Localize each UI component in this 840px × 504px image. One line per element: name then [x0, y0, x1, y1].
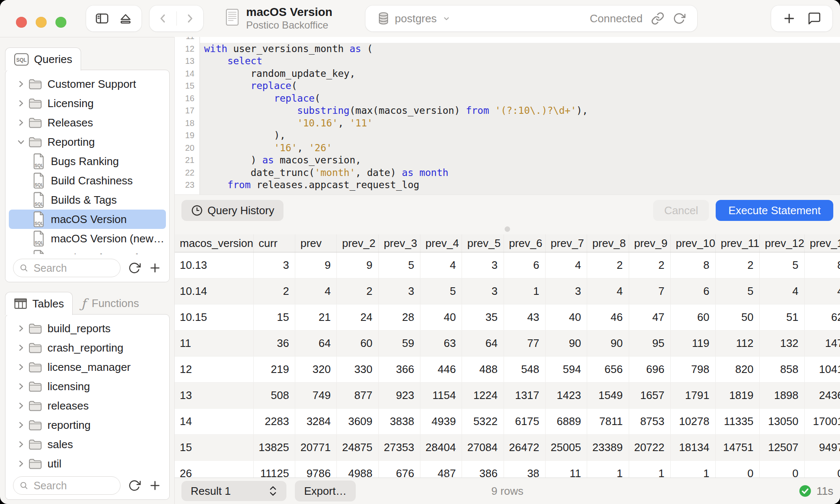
table-cell[interactable]: 21 [295, 304, 337, 331]
column-header[interactable]: prev_9 [629, 234, 670, 252]
chevron-right-icon[interactable] [15, 343, 27, 352]
table-cell[interactable]: 1898 [759, 383, 804, 409]
table-cell[interactable]: 4 [804, 278, 840, 304]
table-cell[interactable]: 119 [670, 331, 715, 357]
table-cell[interactable]: 27353 [378, 435, 420, 461]
table-cell[interactable]: 4939 [420, 409, 462, 435]
minimize-window-button[interactable] [36, 17, 47, 28]
table-cell[interactable]: 5 [759, 252, 804, 278]
table-cell[interactable]: 1317 [504, 383, 545, 409]
table-cell[interactable]: 3 [462, 278, 504, 304]
table-cell[interactable]: 132 [759, 331, 804, 357]
table-cell[interactable]: 3 [378, 278, 420, 304]
column-header[interactable]: prev_7 [546, 234, 587, 252]
code-line[interactable]: 13 select [175, 55, 840, 68]
table-cell[interactable]: 3 [546, 278, 587, 304]
table-cell[interactable]: 35 [462, 304, 504, 331]
table-cell[interactable]: 4 [759, 278, 804, 304]
add-query-button[interactable] [148, 261, 162, 275]
table-cell[interactable]: 548 [504, 357, 545, 383]
folder-item[interactable]: Releases [9, 113, 166, 132]
table-cell[interactable]: 23389 [587, 435, 629, 461]
table-cell[interactable]: 1 [587, 461, 629, 478]
table-cell[interactable]: 4988 [337, 461, 378, 478]
code-line[interactable]: 19 ), [175, 129, 840, 142]
export-button[interactable]: Export… [295, 480, 356, 501]
table-cell[interactable]: 749 [295, 383, 337, 409]
tables-search-field[interactable] [13, 476, 121, 495]
table-cell[interactable]: 2 [715, 252, 759, 278]
folder-item[interactable]: releases [9, 396, 166, 415]
table-cell[interactable]: 20771 [295, 435, 337, 461]
tables-search-input[interactable] [33, 479, 114, 492]
column-header[interactable]: prev [295, 234, 337, 252]
table-cell[interactable]: 1041 [804, 357, 840, 383]
table-cell[interactable]: 25005 [546, 435, 587, 461]
table-cell[interactable]: 1819 [715, 383, 759, 409]
table-cell[interactable]: 13825 [253, 435, 295, 461]
chevron-right-icon[interactable] [15, 459, 27, 468]
table-cell[interactable]: 656 [587, 357, 629, 383]
cancel-button[interactable]: Cancel [653, 200, 709, 221]
table-cell[interactable]: 1791 [670, 383, 715, 409]
column-header[interactable]: prev_13 [804, 234, 840, 252]
table-cell[interactable]: 488 [462, 357, 504, 383]
table-cell[interactable]: 77 [504, 331, 545, 357]
code-line[interactable]: 12with user_versions_month as ( [175, 43, 840, 55]
column-header[interactable]: prev_3 [378, 234, 420, 252]
table-cell[interactable]: 11 [175, 331, 253, 357]
chevron-right-icon[interactable] [15, 440, 27, 449]
query-history-button[interactable]: Query History [181, 200, 284, 221]
table-cell[interactable]: 798 [670, 357, 715, 383]
table-cell[interactable]: 2 [253, 278, 295, 304]
disconnect-button[interactable] [118, 11, 133, 26]
folder-item[interactable]: licensing [9, 377, 166, 396]
folder-item[interactable]: util [9, 454, 166, 472]
query-item[interactable]: SQLBuilds & Tags [9, 190, 166, 210]
column-header[interactable]: prev_10 [670, 234, 715, 252]
query-item[interactable]: SQLNumber of users for [9, 248, 166, 254]
table-cell[interactable]: 820 [715, 357, 759, 383]
table-cell[interactable]: 11 [546, 461, 587, 478]
table-cell[interactable]: 60 [337, 331, 378, 357]
table-cell[interactable]: 28404 [420, 435, 462, 461]
table-cell[interactable]: 47 [629, 304, 670, 331]
table-cell[interactable]: 5 [378, 252, 420, 278]
tab-tables[interactable]: Tables [5, 292, 73, 315]
chevron-right-icon[interactable] [15, 79, 27, 89]
table-cell[interactable]: 9 [337, 252, 378, 278]
table-cell[interactable]: 219 [253, 357, 295, 383]
refresh-tables-button[interactable] [128, 479, 141, 492]
connection-link-button[interactable] [651, 12, 664, 25]
folder-item[interactable]: sales [9, 435, 166, 454]
table-cell[interactable]: 1224 [462, 383, 504, 409]
database-selector[interactable]: postgres [377, 12, 451, 25]
table-cell[interactable]: 27084 [462, 435, 504, 461]
table-cell[interactable]: 5322 [462, 409, 504, 435]
table-cell[interactable]: 10278 [670, 409, 715, 435]
table-cell[interactable]: 18134 [670, 435, 715, 461]
chevron-right-icon[interactable] [15, 420, 27, 430]
column-header[interactable]: macos_version [175, 234, 253, 252]
table-cell[interactable]: 3 [462, 252, 504, 278]
table-cell[interactable]: 923 [378, 383, 420, 409]
table-cell[interactable]: 4 [420, 252, 462, 278]
result-selector[interactable]: Result 1 [181, 481, 286, 501]
column-header[interactable]: prev_4 [420, 234, 462, 252]
code-line[interactable]: 24 [175, 192, 840, 195]
folder-item[interactable]: build_reports [9, 319, 166, 338]
table-cell[interactable]: 2 [629, 252, 670, 278]
table-cell[interactable]: 6 [504, 252, 545, 278]
chevron-down-icon[interactable] [15, 137, 27, 147]
table-cell[interactable]: 6889 [546, 409, 587, 435]
column-header[interactable]: prev_12 [759, 234, 804, 252]
chevron-right-icon[interactable] [15, 362, 27, 372]
table-cell[interactable]: 50 [715, 304, 759, 331]
folder-item[interactable]: license_manager [9, 357, 166, 377]
table-cell[interactable]: 6 [670, 278, 715, 304]
column-header[interactable]: curr [253, 234, 295, 252]
table-cell[interactable]: 9786 [295, 461, 337, 478]
table-cell[interactable]: 26 [175, 461, 253, 478]
query-item[interactable]: SQLBugs Ranking [9, 152, 166, 171]
table-cell[interactable]: 1549 [587, 383, 629, 409]
